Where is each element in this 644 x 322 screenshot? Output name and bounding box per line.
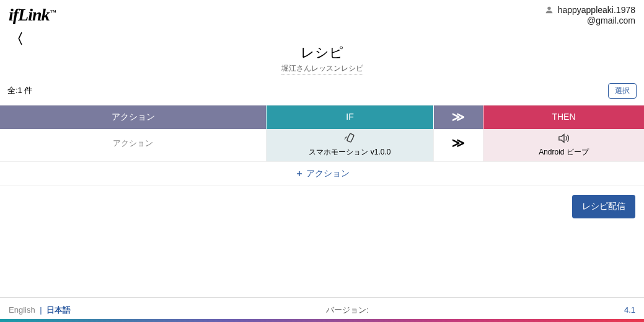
svg-rect-1: [346, 133, 354, 142]
header-if: IF: [267, 105, 434, 129]
add-action-button[interactable]: ＋アクション: [0, 162, 644, 186]
page-subtitle: 堀江さんレッスンレシピ: [281, 63, 363, 74]
motion-icon: [267, 133, 433, 147]
recipe-row[interactable]: アクション スマホモーション v1.0.0 ≫ Android ビープ: [0, 129, 644, 162]
header-action: アクション: [0, 105, 267, 129]
version-value: 4.1: [624, 305, 635, 315]
select-button[interactable]: 選択: [608, 83, 637, 99]
lang-japanese[interactable]: 日本語: [46, 305, 71, 315]
user-info: happyappleaki.1978 @gmail.com: [544, 5, 635, 26]
plus-icon: ＋: [295, 168, 304, 178]
cell-then[interactable]: Android ビープ: [483, 129, 644, 161]
lang-english[interactable]: English: [9, 305, 35, 315]
header-then: THEN: [483, 105, 644, 129]
language-switcher[interactable]: English | 日本語: [9, 305, 71, 316]
cell-arrow: ≫: [434, 129, 483, 161]
cell-action[interactable]: アクション: [0, 129, 267, 161]
user-domain: @gmail.com: [544, 16, 635, 26]
then-label: Android ビープ: [539, 148, 589, 156]
header-arrow: ≫: [434, 105, 483, 129]
version-label: バージョン:: [326, 305, 369, 316]
speaker-icon: [483, 133, 644, 147]
page-title: レシピ: [0, 43, 644, 62]
distribute-button[interactable]: レシピ配信: [572, 195, 635, 218]
cell-if[interactable]: スマホモーション v1.0.0: [267, 129, 434, 161]
user-name: happyappleaki.1978: [558, 5, 635, 16]
count-label: 全:1 件: [7, 85, 32, 96]
if-label: スマホモーション v1.0.0: [309, 148, 390, 156]
app-logo: ifLink™: [9, 5, 56, 25]
avatar-icon: [544, 5, 554, 15]
column-headers: アクション IF ≫ THEN: [0, 105, 644, 129]
gradient-bar: [0, 319, 644, 322]
svg-point-0: [547, 7, 550, 10]
footer-bar: English | 日本語 バージョン: 4.1: [0, 297, 644, 322]
